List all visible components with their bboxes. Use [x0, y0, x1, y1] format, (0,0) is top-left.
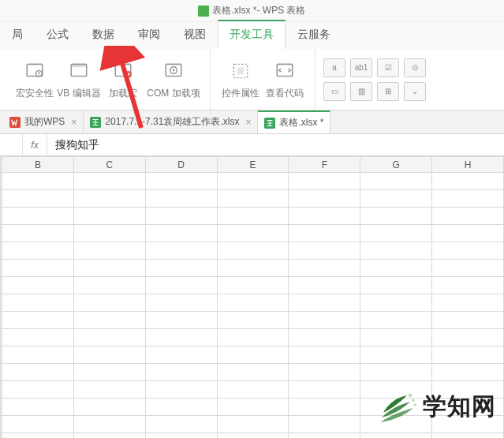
cell[interactable] — [2, 225, 74, 242]
cell[interactable] — [73, 399, 145, 416]
menu-tab-6[interactable]: 云服务 — [286, 21, 342, 49]
cell[interactable] — [145, 399, 217, 416]
cell[interactable] — [145, 277, 217, 294]
cell[interactable] — [145, 294, 217, 312]
cell[interactable] — [73, 208, 145, 225]
cell[interactable] — [289, 208, 360, 225]
cell[interactable] — [289, 312, 360, 329]
col-header-D[interactable]: D — [145, 157, 217, 173]
cell[interactable] — [360, 173, 432, 190]
cell[interactable] — [2, 173, 74, 190]
cell[interactable] — [2, 399, 74, 416]
cell[interactable] — [73, 242, 145, 260]
cell[interactable] — [432, 173, 504, 190]
menu-tab-2[interactable]: 数据 — [80, 21, 126, 49]
cell[interactable] — [289, 225, 360, 242]
col-header-C[interactable]: C — [73, 157, 145, 173]
cell[interactable] — [2, 294, 74, 312]
close-icon[interactable]: × — [71, 117, 77, 128]
cell[interactable] — [145, 329, 217, 346]
cell[interactable] — [145, 225, 217, 242]
cell[interactable] — [432, 190, 504, 208]
spreadsheet-area[interactable]: BCDEFGH 学知网 — [0, 156, 504, 438]
cell[interactable] — [289, 260, 360, 277]
cell[interactable] — [2, 312, 74, 329]
cell[interactable] — [289, 364, 360, 381]
cell[interactable] — [145, 381, 217, 399]
cell[interactable] — [145, 433, 217, 439]
cell[interactable] — [217, 225, 289, 242]
cell[interactable] — [217, 329, 289, 346]
cell[interactable] — [145, 312, 217, 329]
cell[interactable] — [73, 225, 145, 242]
cell[interactable] — [2, 190, 74, 208]
cell[interactable] — [73, 329, 145, 346]
cell[interactable] — [289, 433, 360, 439]
cell[interactable] — [360, 190, 432, 208]
ribbon-vb[interactable]: VB 编辑器 — [57, 60, 101, 100]
control-btn-4[interactable]: ▭ — [323, 82, 345, 101]
cell[interactable] — [432, 225, 504, 242]
cell[interactable] — [360, 416, 432, 433]
cell[interactable] — [145, 242, 217, 260]
cell[interactable] — [217, 294, 289, 312]
cell[interactable] — [289, 416, 360, 433]
cell[interactable] — [73, 364, 145, 381]
cell[interactable] — [360, 277, 432, 294]
cell[interactable] — [289, 190, 360, 208]
cell[interactable] — [432, 399, 504, 416]
close-icon[interactable]: × — [245, 117, 251, 128]
menu-tab-5[interactable]: 开发工具 — [218, 20, 286, 49]
cell[interactable] — [2, 260, 74, 277]
cell[interactable] — [217, 242, 289, 260]
cell[interactable] — [2, 381, 74, 399]
cell[interactable] — [360, 225, 432, 242]
cell[interactable] — [360, 208, 432, 225]
ribbon-shield[interactable]: 宏安全性 — [13, 60, 57, 100]
cell[interactable] — [73, 173, 145, 190]
cell[interactable] — [145, 260, 217, 277]
cell[interactable] — [217, 208, 289, 225]
cell[interactable] — [73, 190, 145, 208]
cell[interactable] — [217, 173, 289, 190]
control-btn-6[interactable]: ⊞ — [377, 82, 399, 101]
cell[interactable] — [145, 208, 217, 225]
cell[interactable] — [217, 260, 289, 277]
cell[interactable] — [2, 433, 74, 439]
ribbon-com[interactable]: COM 加载项 — [145, 60, 202, 100]
cell[interactable] — [145, 416, 217, 433]
cell[interactable] — [217, 433, 289, 439]
grid[interactable]: BCDEFGH — [0, 156, 504, 438]
cell[interactable] — [360, 329, 432, 346]
ribbon-code[interactable]: 查看代码 — [263, 60, 307, 100]
ribbon-macro[interactable]: 加载宏 — [101, 60, 145, 100]
cell[interactable] — [432, 329, 504, 346]
cell[interactable] — [432, 381, 504, 399]
cell[interactable] — [360, 346, 432, 364]
control-btn-0[interactable]: a — [323, 58, 345, 77]
cell[interactable] — [73, 346, 145, 364]
cell[interactable] — [289, 399, 360, 416]
control-btn-2[interactable]: ☑ — [377, 58, 399, 77]
cell[interactable] — [2, 364, 74, 381]
cell[interactable] — [73, 312, 145, 329]
ribbon-props[interactable]: 控件属性 — [218, 60, 263, 100]
formula-value[interactable]: 搜狗知乎 — [47, 138, 504, 152]
cell[interactable] — [360, 399, 432, 416]
cell[interactable] — [217, 346, 289, 364]
cell[interactable] — [432, 260, 504, 277]
cell[interactable] — [217, 364, 289, 381]
cell[interactable] — [289, 346, 360, 364]
cell[interactable] — [432, 312, 504, 329]
cell[interactable] — [360, 242, 432, 260]
cell[interactable] — [2, 277, 74, 294]
control-btn-7[interactable]: ⌄ — [404, 82, 426, 101]
menu-tab-4[interactable]: 视图 — [172, 21, 218, 49]
doc-tab-1[interactable]: 2017.7.1-7.31袁周雄工作表.xlsx× — [84, 110, 258, 133]
cell[interactable] — [289, 277, 360, 294]
cell[interactable] — [432, 433, 504, 439]
col-header-F[interactable]: F — [289, 157, 360, 173]
cell[interactable] — [432, 294, 504, 312]
cell[interactable] — [73, 416, 145, 433]
fx-icon[interactable]: fx — [22, 134, 47, 155]
